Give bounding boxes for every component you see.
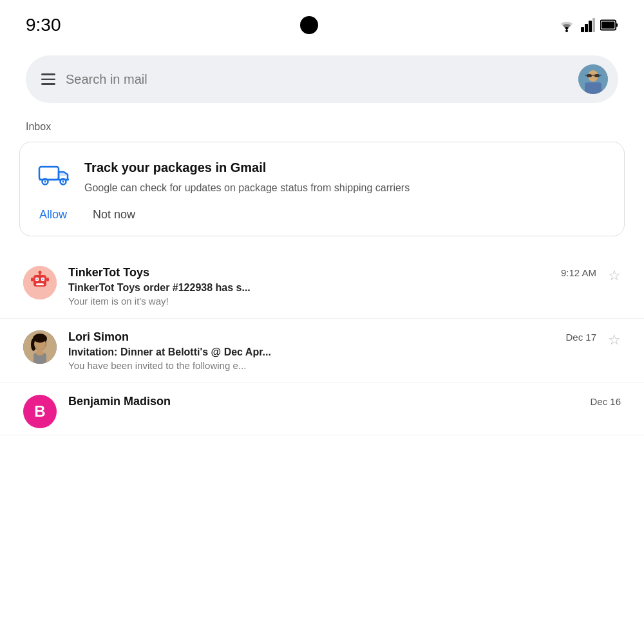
menu-icon[interactable] bbox=[41, 73, 55, 85]
truck-icon bbox=[38, 163, 71, 190]
status-icons bbox=[558, 18, 618, 32]
wifi-icon bbox=[558, 18, 576, 32]
benjamin-initial: B bbox=[34, 402, 45, 421]
svg-rect-14 bbox=[585, 75, 587, 76]
battery-icon bbox=[600, 18, 618, 32]
tinkertot-email-body: TinkerTot Toys 9:12 AM TinkerTot Toys or… bbox=[68, 266, 596, 307]
svg-point-20 bbox=[62, 181, 64, 183]
inbox-label: Inbox bbox=[0, 116, 644, 142]
benjamin-time: Dec 16 bbox=[590, 396, 621, 407]
benjamin-header-row: Benjamin Madison Dec 16 bbox=[68, 395, 621, 408]
lori-time: Dec 17 bbox=[565, 332, 596, 343]
search-bar-container: Search in mail bbox=[0, 45, 644, 116]
signal-icon bbox=[581, 18, 595, 32]
truck-svg bbox=[38, 163, 71, 187]
promo-card-content: Track your packages in Gmail Google can … bbox=[38, 160, 606, 195]
lori-avatar bbox=[23, 330, 57, 364]
camera-dot bbox=[300, 16, 318, 34]
status-time: 9:30 bbox=[26, 15, 61, 35]
svg-rect-4 bbox=[592, 18, 595, 32]
svg-rect-10 bbox=[585, 82, 601, 94]
lori-header-row: Lori Simon Dec 17 bbox=[68, 330, 596, 344]
svg-rect-28 bbox=[37, 279, 38, 280]
tinkertot-sender: TinkerTot Toys bbox=[68, 266, 149, 279]
email-item-lori[interactable]: Lori Simon Dec 17 Invitation: Dinner at … bbox=[0, 319, 644, 383]
tinkertot-star[interactable]: ☆ bbox=[608, 267, 621, 284]
tinkertot-header-row: TinkerTot Toys 9:12 AM bbox=[68, 266, 596, 279]
promo-text: Track your packages in Gmail Google can … bbox=[84, 160, 410, 195]
svg-rect-15 bbox=[600, 75, 601, 76]
benjamin-avatar: B bbox=[23, 395, 57, 428]
lori-svg bbox=[23, 330, 57, 364]
svg-rect-30 bbox=[36, 283, 44, 285]
svg-rect-7 bbox=[601, 21, 615, 28]
svg-rect-34 bbox=[46, 278, 49, 281]
benjamin-sender: Benjamin Madison bbox=[68, 395, 171, 408]
allow-button[interactable]: Allow bbox=[39, 208, 67, 222]
avatar-image bbox=[578, 64, 608, 94]
tinkertot-subject: TinkerTot Toys order #122938 has s... bbox=[68, 282, 596, 294]
lori-preview: You have been invited to the following e… bbox=[68, 360, 596, 371]
avatar-svg bbox=[578, 64, 608, 94]
lori-email-body: Lori Simon Dec 17 Invitation: Dinner at … bbox=[68, 330, 596, 371]
lori-subject: Invitation: Dinner at Belotti's @ Dec Ap… bbox=[68, 346, 596, 358]
email-item-tinkertot[interactable]: TinkerTot Toys 9:12 AM TinkerTot Toys or… bbox=[0, 254, 644, 319]
email-list: TinkerTot Toys 9:12 AM TinkerTot Toys or… bbox=[0, 254, 644, 435]
robot-svg bbox=[23, 266, 57, 299]
promo-actions: Allow Not now bbox=[39, 208, 606, 222]
svg-point-0 bbox=[565, 30, 568, 32]
svg-rect-16 bbox=[39, 167, 59, 180]
tinkertot-preview: Your item is on it's way! bbox=[68, 296, 596, 307]
svg-rect-33 bbox=[31, 278, 33, 281]
not-now-button[interactable]: Not now bbox=[93, 208, 135, 222]
svg-point-40 bbox=[33, 335, 46, 343]
svg-rect-6 bbox=[616, 23, 618, 27]
status-bar: 9:30 bbox=[0, 0, 644, 45]
user-avatar[interactable] bbox=[578, 64, 608, 94]
svg-rect-29 bbox=[43, 279, 44, 280]
lori-star[interactable]: ☆ bbox=[608, 332, 621, 348]
svg-rect-1 bbox=[581, 27, 584, 32]
promo-description: Google can check for updates on package … bbox=[84, 180, 410, 195]
svg-rect-11 bbox=[587, 74, 592, 77]
svg-rect-12 bbox=[594, 74, 600, 77]
benjamin-email-body: Benjamin Madison Dec 16 bbox=[68, 395, 621, 411]
search-bar[interactable]: Search in mail bbox=[26, 55, 618, 103]
tinkertot-time: 9:12 AM bbox=[561, 267, 596, 278]
promo-title: Track your packages in Gmail bbox=[84, 160, 410, 175]
svg-rect-13 bbox=[592, 75, 594, 76]
lori-sender: Lori Simon bbox=[68, 330, 129, 344]
svg-rect-3 bbox=[589, 21, 592, 32]
search-placeholder: Search in mail bbox=[66, 72, 568, 87]
promo-card: Track your packages in Gmail Google can … bbox=[19, 142, 625, 236]
email-item-benjamin[interactable]: B Benjamin Madison Dec 16 bbox=[0, 383, 644, 435]
svg-point-18 bbox=[44, 181, 46, 183]
tinkertot-avatar bbox=[23, 266, 57, 299]
svg-rect-2 bbox=[585, 24, 588, 32]
svg-point-32 bbox=[39, 271, 42, 274]
tinkertot-actions: ☆ bbox=[608, 267, 621, 284]
lori-actions: ☆ bbox=[608, 332, 621, 348]
svg-point-42 bbox=[36, 350, 44, 355]
